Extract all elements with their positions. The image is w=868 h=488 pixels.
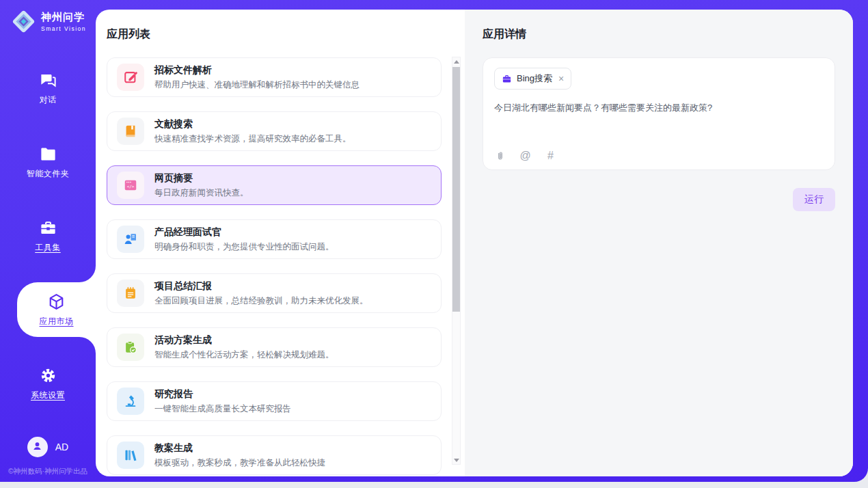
- app-card[interactable]: </> 网页摘要 每日政府新闻资讯快查。: [107, 165, 442, 205]
- prompt-input[interactable]: 今日湖北有哪些新闻要点？有哪些需要关注的最新政策?: [494, 101, 824, 115]
- sidebar-item-label: 智能文件夹: [27, 168, 70, 180]
- app-card-title: 教案生成: [154, 442, 325, 455]
- scroll-up-icon[interactable]: [452, 57, 460, 66]
- user-icon: [31, 439, 44, 455]
- brand-subtitle: Smart Vision: [41, 25, 86, 32]
- app-card-desc: 智能生成个性化活动方案，轻松解决规划难题。: [154, 349, 334, 361]
- toolbox-icon: [39, 219, 57, 237]
- folder-icon: [39, 145, 57, 163]
- chat-icon: [39, 71, 57, 90]
- sidebar-bottom: AD ©神州数码·神州问学出品: [0, 437, 96, 485]
- prompt-composer: Bing搜索 × 今日湖北有哪些新闻要点？有哪些需要关注的最新政策? @#: [483, 57, 835, 170]
- app-list-title: 应用列表: [107, 27, 452, 42]
- at-icon[interactable]: @: [519, 150, 531, 161]
- run-button[interactable]: 运行: [793, 188, 835, 211]
- cube-icon: [47, 293, 66, 311]
- app-card-title: 网页摘要: [154, 172, 249, 185]
- sidebar-item-label: 对话: [40, 94, 57, 106]
- sidebar-item-智能文件夹[interactable]: 智能文件夹: [0, 141, 96, 182]
- gear-icon: [39, 366, 57, 385]
- copyright-text: ©神州数码·神州问学出品: [8, 467, 87, 476]
- tool-tag-bing[interactable]: Bing搜索 ×: [494, 68, 571, 90]
- user-row: AD: [27, 437, 68, 457]
- scrollbar-thumb[interactable]: [452, 67, 460, 312]
- sidebar-nav: 对话 智能文件夹 工具集 应用市场 系统设置: [0, 68, 96, 437]
- sidebar-item-label: 应用市场: [40, 316, 74, 327]
- app-card-desc: 一键智能生成高质量长文本研究报告: [154, 403, 291, 415]
- app-card-title: 项目总结汇报: [154, 280, 368, 293]
- sidebar-item-label: 系统设置: [31, 390, 65, 401]
- app-card-title: 招标文件解析: [154, 64, 360, 77]
- scrollbar[interactable]: [452, 57, 461, 465]
- app-card[interactable]: 教案生成 模板驱动，教案秒成，教学准备从此轻松快捷: [107, 435, 442, 475]
- app-card[interactable]: 活动方案生成 智能生成个性化活动方案，轻松解决规划难题。: [107, 327, 442, 367]
- app-card-desc: 快速精准查找学术资源，提高研究效率的必备工具。: [154, 133, 351, 145]
- composer-toolbar: @#: [494, 150, 824, 161]
- sidebar: 神州问学 Smart Vision 对话 智能文件夹 工具集 应用市场 系统设置…: [0, 0, 96, 482]
- sidebar-item-label: 工具集: [35, 242, 61, 254]
- tool-tag-label: Bing搜索: [517, 72, 552, 85]
- main-content: 应用列表 招标文件解析 帮助用户快速、准确地理解和解析招标书中的关键信息 文献搜…: [96, 10, 853, 476]
- briefcase-icon: [502, 74, 512, 84]
- close-icon[interactable]: ×: [558, 74, 564, 83]
- app-card[interactable]: 招标文件解析 帮助用户快速、准确地理解和解析招标书中的关键信息: [107, 57, 442, 97]
- books-icon: [117, 442, 144, 469]
- app-card[interactable]: 产品经理面试官 明确身份和职责，为您提供专业性的面试问题。: [107, 219, 442, 259]
- app-card-desc: 每日政府新闻资讯快查。: [154, 187, 249, 199]
- app-card[interactable]: 研究报告 一键智能生成高质量长文本研究报告: [107, 381, 442, 421]
- brand-name: 神州问学: [41, 11, 86, 24]
- sidebar-item-系统设置[interactable]: 系统设置: [0, 363, 96, 404]
- hash-icon[interactable]: #: [545, 150, 556, 161]
- report-note-icon: [117, 280, 144, 307]
- paperclip-icon[interactable]: [494, 150, 506, 161]
- app-card-title: 文献搜索: [154, 118, 351, 131]
- app-card-title: 研究报告: [154, 388, 291, 401]
- user-avatar[interactable]: [27, 437, 48, 457]
- app-card-title: 产品经理面试官: [154, 226, 334, 239]
- clipboard-check-icon: [117, 334, 144, 361]
- scroll-down-icon[interactable]: [452, 456, 460, 464]
- app-card-desc: 明确身份和职责，为您提供专业性的面试问题。: [154, 241, 334, 253]
- app-card-desc: 全面回顾项目进展，总结经验教训，助力未来优化发展。: [154, 295, 368, 307]
- sidebar-item-对话[interactable]: 对话: [0, 68, 96, 109]
- app-card[interactable]: 项目总结汇报 全面回顾项目进展，总结经验教训，助力未来优化发展。: [107, 273, 442, 313]
- app-card-desc: 帮助用户快速、准确地理解和解析招标书中的关键信息: [154, 79, 360, 91]
- book-icon: [117, 118, 144, 145]
- edit-doc-icon: [117, 64, 144, 91]
- app-detail-title: 应用详情: [483, 27, 835, 42]
- app-detail-pane: 应用详情 Bing搜索 × 今日湖北有哪些新闻要点？有哪些需要关注的最新政策? …: [465, 10, 853, 476]
- app-card-desc: 模板驱动，教案秒成，教学准备从此轻松快捷: [154, 457, 325, 469]
- brand: 神州问学 Smart Vision: [11, 9, 86, 34]
- brand-logo-icon: [11, 9, 36, 34]
- svg-text:</>: </>: [127, 184, 135, 189]
- sidebar-item-应用市场[interactable]: 应用市场: [17, 282, 96, 337]
- app-list: 招标文件解析 帮助用户快速、准确地理解和解析招标书中的关键信息 文献搜索 快速精…: [107, 57, 442, 475]
- browser-code-icon: </>: [117, 172, 144, 199]
- microscope-icon: [117, 388, 144, 415]
- app-card-title: 活动方案生成: [154, 334, 334, 347]
- app-list-pane: 应用列表 招标文件解析 帮助用户快速、准确地理解和解析招标书中的关键信息 文献搜…: [96, 10, 465, 476]
- user-name: AD: [55, 442, 68, 452]
- app-card[interactable]: 文献搜索 快速精准查找学术资源，提高研究效率的必备工具。: [107, 111, 442, 151]
- interviewer-icon: [117, 226, 144, 253]
